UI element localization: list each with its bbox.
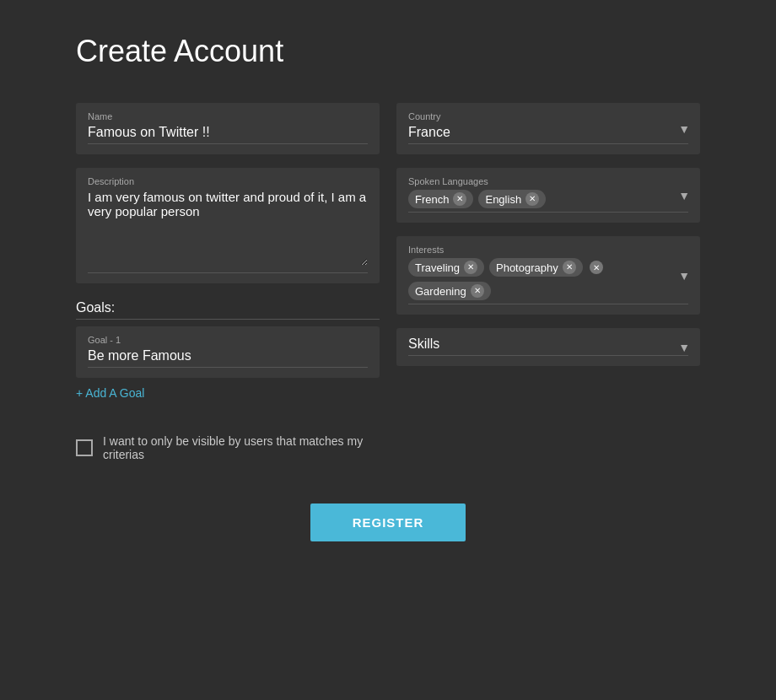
tag-gardening-close[interactable]: ✕ — [471, 284, 484, 298]
form-layout: Name Description I am very famous on twi… — [76, 103, 700, 461]
interests-extra-close[interactable]: ✕ — [590, 261, 603, 274]
spoken-languages-tags: French ✕ English ✕ — [408, 190, 688, 208]
spoken-languages-dropdown[interactable]: Spoken Languages French ✕ English ✕ ▼ — [396, 168, 700, 223]
description-label: Description — [88, 176, 368, 186]
spoken-languages-label: Spoken Languages — [408, 176, 688, 186]
visibility-checkbox[interactable] — [76, 439, 93, 456]
name-label: Name — [88, 111, 368, 121]
form-left: Name Description I am very famous on twi… — [76, 103, 380, 461]
name-field-border — [88, 143, 368, 144]
description-textarea[interactable]: I am very famous on twitter and proud of… — [88, 190, 368, 266]
add-goal-link[interactable]: + Add A Goal — [76, 386, 144, 400]
description-field-group: Description I am very famous on twitter … — [76, 168, 380, 283]
tag-photography-label: Photography — [496, 261, 558, 274]
tag-photography: Photography ✕ — [489, 258, 583, 277]
tag-english-label: English — [485, 193, 521, 206]
skills-placeholder: Skills — [408, 337, 688, 352]
name-field-group: Name — [76, 103, 380, 154]
tag-traveling-close[interactable]: ✕ — [464, 261, 477, 274]
interests-label: Interests — [408, 245, 688, 255]
tag-traveling: Traveling ✕ — [408, 258, 484, 277]
goal-1-group: Goal - 1 — [76, 326, 380, 378]
interests-border — [408, 304, 688, 304]
country-label: Country — [408, 111, 688, 121]
skills-border — [408, 355, 688, 356]
tag-gardening-label: Gardening — [415, 285, 466, 298]
goal-1-input[interactable] — [88, 348, 368, 363]
tag-photography-close[interactable]: ✕ — [563, 261, 576, 274]
tag-french: French ✕ — [408, 190, 473, 208]
page-title: Create Account — [76, 34, 700, 69]
register-section: REGISTER — [76, 503, 700, 541]
interests-tags: Traveling ✕ Photography ✕ ✕ Gardening ✕ — [408, 258, 688, 300]
goals-section: Goals: Goal - 1 + Add A Goal — [76, 300, 380, 401]
tag-english-close[interactable]: ✕ — [525, 192, 539, 206]
interests-dropdown[interactable]: Interests Traveling ✕ Photography ✕ ✕ Ga… — [396, 236, 700, 315]
country-value: France — [408, 125, 688, 140]
form-right: Country France ▼ Spoken Languages French… — [396, 103, 700, 366]
register-button[interactable]: REGISTER — [310, 503, 466, 541]
visibility-checkbox-row: I want to only be visible by users that … — [76, 434, 380, 461]
country-border — [408, 143, 688, 144]
name-input[interactable] — [88, 125, 368, 140]
tag-english: English ✕ — [478, 190, 546, 208]
tag-french-close[interactable]: ✕ — [453, 192, 466, 206]
visibility-checkbox-label: I want to only be visible by users that … — [103, 434, 380, 461]
country-dropdown[interactable]: Country France ▼ — [396, 103, 700, 154]
goal-1-label: Goal - 1 — [88, 335, 368, 345]
goals-label: Goals: — [76, 300, 380, 320]
goal-1-border — [88, 367, 368, 368]
description-field-border — [88, 272, 368, 273]
tag-french-label: French — [415, 193, 449, 206]
spoken-languages-border — [408, 212, 688, 213]
page-container: Create Account Name Description I am ver… — [0, 0, 776, 592]
tag-traveling-label: Traveling — [415, 261, 460, 274]
tag-gardening: Gardening ✕ — [408, 282, 491, 300]
skills-dropdown[interactable]: Skills ▼ — [396, 328, 700, 366]
